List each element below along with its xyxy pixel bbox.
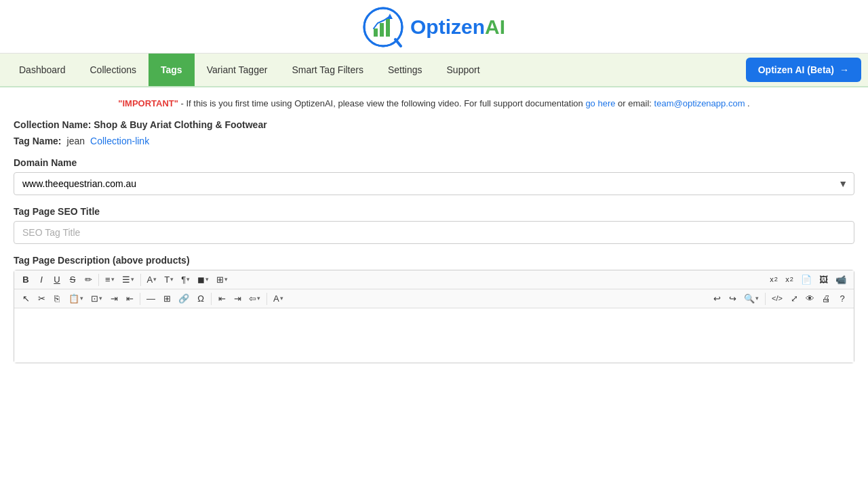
align-left-button[interactable]: ⇤ — [214, 292, 229, 305]
font-color-button[interactable]: A ▾ — [144, 273, 161, 286]
help-button[interactable]: ? — [835, 292, 850, 305]
nav-item-settings[interactable]: Settings — [376, 54, 435, 86]
tag-name-row: Tag Name: jean Collection-link — [14, 136, 854, 146]
description-label: Tag Page Description (above products) — [14, 255, 854, 266]
doc-button[interactable]: 📄 — [797, 273, 815, 286]
paragraph-button[interactable]: ¶ ▾ — [178, 273, 193, 286]
special-char-button[interactable]: Ω — [193, 292, 208, 305]
seo-title-input[interactable] — [14, 221, 854, 244]
source-button[interactable]: </> — [768, 293, 786, 304]
optizen-btn-label: Optizen AI (Beta) — [758, 64, 834, 75]
notice-text: - If this is you first time using Optize… — [181, 98, 586, 108]
svg-rect-3 — [374, 28, 378, 37]
nav-item-collections[interactable]: Collections — [78, 54, 149, 86]
nav-item-variant-tagger[interactable]: Variant Tagger — [195, 54, 280, 86]
cut-button[interactable]: ✂ — [34, 292, 49, 305]
svg-rect-4 — [380, 23, 384, 37]
notice-link-go-here[interactable]: go here — [585, 98, 615, 108]
svg-rect-5 — [386, 19, 390, 37]
indent-button[interactable]: ⇥ — [106, 292, 121, 305]
copy-button[interactable]: ⎘ — [50, 292, 64, 305]
unordered-list-button[interactable]: ≡ ▾ — [102, 273, 118, 286]
toolbar-separator-3 — [140, 293, 140, 305]
toolbar-separator-6 — [765, 293, 766, 305]
nav-item-optizen[interactable]: Optizen AI (Beta) → — [746, 58, 861, 82]
toolbar-separator-2 — [140, 274, 141, 286]
domain-select[interactable]: www.theequestrian.com.au — [14, 172, 854, 195]
hr-button[interactable]: — — [143, 292, 159, 305]
nav-item-tags[interactable]: Tags — [149, 54, 195, 86]
tag-name-label: Tag Name: — [14, 136, 62, 146]
toolbar-separator-1 — [98, 274, 99, 286]
seo-title-label: Tag Page SEO Title — [14, 206, 854, 217]
outdent-button[interactable]: ⇤ — [122, 292, 137, 305]
table-insert-button[interactable]: ⊞ ▾ — [213, 273, 231, 286]
image-button[interactable]: 🖼 — [816, 273, 831, 286]
header: OptizenAI — [0, 0, 868, 54]
align-center-button[interactable]: ⇥ — [230, 292, 245, 305]
fullscreen-button[interactable]: ⤢ — [787, 292, 802, 305]
svg-marker-6 — [387, 14, 393, 19]
undo-button[interactable]: ↩ — [709, 292, 724, 305]
align-options-button[interactable]: ⇦ ▾ — [245, 292, 264, 305]
italic-button[interactable]: I — [34, 273, 49, 286]
collection-name-label: Collection Name: — [14, 119, 91, 130]
superscript-button[interactable]: x2 — [766, 274, 781, 285]
nav-item-support[interactable]: Support — [435, 54, 492, 86]
editor-body[interactable] — [14, 308, 854, 363]
toolbar-separator-5 — [267, 293, 267, 305]
toolbar-right-1: x2 x2 📄 🖼 📹 — [766, 273, 850, 286]
subscript-button[interactable]: x2 — [782, 274, 797, 285]
domain-name-group: Domain Name www.theequestrian.com.au ▼ — [14, 157, 854, 195]
format-paste-button[interactable]: ⊡ ▾ — [87, 292, 106, 305]
logo-text: OptizenAI — [410, 16, 505, 39]
nav-item-smart-tag-filters[interactable]: Smart Tag Filters — [279, 54, 376, 86]
paste-button[interactable]: 📋 ▾ — [65, 292, 87, 305]
seo-title-group: Tag Page SEO Title — [14, 206, 854, 244]
domain-select-wrapper: www.theequestrian.com.au ▼ — [14, 172, 854, 195]
notice-text2: or email: — [618, 98, 654, 108]
bold-button[interactable]: B — [18, 273, 33, 286]
ordered-list-button[interactable]: ☰ ▾ — [119, 273, 138, 286]
highlight-button[interactable]: ✏ — [81, 273, 96, 286]
text-color-picker-button[interactable]: A ▾ — [270, 292, 287, 305]
description-group: Tag Page Description (above products) B … — [14, 255, 854, 363]
editor-container: B I U S ✏ ≡ ▾ ☰ ▾ A ▾ T ▾ ¶ ▾ ◼ ▾ ⊞ ▾ x2… — [14, 270, 854, 363]
toolbar-separator-4 — [211, 293, 212, 305]
arrow-button[interactable]: ↖ — [18, 292, 33, 305]
notice-text3: . — [747, 98, 750, 108]
nav: Dashboard Collections Tags Variant Tagge… — [0, 54, 868, 87]
logo-icon — [363, 7, 403, 47]
collection-name-value: Shop & Buy Ariat Clothing & Footwear — [94, 119, 267, 130]
print-button[interactable]: 🖨 — [818, 292, 834, 305]
editor-toolbar-row1: B I U S ✏ ≡ ▾ ☰ ▾ A ▾ T ▾ ¶ ▾ ◼ ▾ ⊞ ▾ x2… — [14, 270, 854, 289]
underline-button[interactable]: U — [50, 273, 64, 286]
editor-toolbar-row2: ↖ ✂ ⎘ 📋 ▾ ⊡ ▾ ⇥ ⇤ — ⊞ 🔗 Ω ⇤ ⇥ ⇦ ▾ A ▾ ↩ — [14, 289, 854, 308]
content: "IMPORTANT" - If this is you first time … — [0, 87, 868, 385]
collection-link[interactable]: Collection-link — [90, 136, 149, 146]
optizen-arrow-icon: → — [840, 64, 849, 75]
notice-link-email[interactable]: team@optizenapp.com — [654, 98, 745, 108]
video-button[interactable]: 📹 — [832, 273, 850, 286]
logo-container: OptizenAI — [363, 7, 505, 47]
find-button[interactable]: 🔍 ▾ — [741, 292, 762, 305]
domain-label: Domain Name — [14, 157, 854, 168]
important-notice: "IMPORTANT" - If this is you first time … — [14, 98, 854, 108]
text-size-button[interactable]: T ▾ — [161, 273, 177, 286]
table-button[interactable]: ⊞ — [159, 292, 174, 305]
link-button[interactable]: 🔗 — [175, 292, 193, 305]
block-button[interactable]: ◼ ▾ — [194, 273, 212, 286]
nav-item-dashboard[interactable]: Dashboard — [7, 54, 78, 86]
important-label: "IMPORTANT" — [118, 98, 178, 108]
tag-name-value: jean — [67, 136, 85, 146]
preview-button[interactable]: 👁 — [802, 292, 818, 305]
strikethrough-button[interactable]: S — [65, 273, 80, 286]
redo-button[interactable]: ↪ — [725, 292, 740, 305]
toolbar-right-2: ↩ ↪ 🔍 ▾ </> ⤢ 👁 🖨 ? — [709, 292, 850, 305]
collection-name-row: Collection Name: Shop & Buy Ariat Clothi… — [14, 119, 854, 130]
